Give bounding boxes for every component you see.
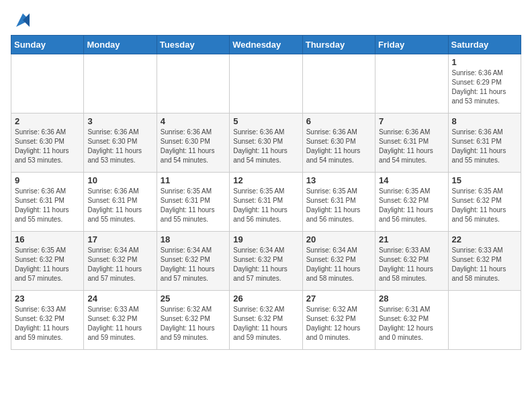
day-number: 7 (379, 116, 444, 126)
calendar-cell (157, 54, 229, 113)
day-info: Sunrise: 6:36 AMSunset: 6:30 PMDaylight:… (233, 128, 298, 165)
calendar-table: SundayMondayTuesdayWednesdayThursdayFrid… (11, 35, 521, 350)
calendar-cell: 2Sunrise: 6:36 AMSunset: 6:30 PMDaylight… (11, 113, 84, 173)
day-info: Sunrise: 6:35 AMSunset: 6:32 PMDaylight:… (379, 187, 444, 224)
day-info: Sunrise: 6:33 AMSunset: 6:32 PMDaylight:… (452, 246, 517, 283)
calendar-cell: 25Sunrise: 6:32 AMSunset: 6:32 PMDayligh… (157, 291, 229, 350)
weekday-sunday: Sunday (11, 36, 84, 54)
week-row-5: 23Sunrise: 6:33 AMSunset: 6:32 PMDayligh… (11, 291, 521, 350)
day-number: 20 (306, 234, 371, 244)
calendar-cell (302, 54, 375, 113)
week-row-1: 1Sunrise: 6:36 AMSunset: 6:29 PMDaylight… (11, 54, 521, 113)
calendar-cell (375, 54, 448, 113)
calendar-cell: 15Sunrise: 6:35 AMSunset: 6:32 PMDayligh… (448, 173, 521, 232)
calendar-cell (230, 54, 302, 113)
calendar-cell (84, 54, 157, 113)
calendar-cell: 14Sunrise: 6:35 AMSunset: 6:32 PMDayligh… (375, 173, 448, 232)
weekday-thursday: Thursday (302, 36, 375, 54)
calendar-cell: 4Sunrise: 6:36 AMSunset: 6:30 PMDaylight… (157, 113, 229, 173)
calendar-cell: 16Sunrise: 6:35 AMSunset: 6:32 PMDayligh… (11, 232, 84, 291)
calendar-cell: 10Sunrise: 6:36 AMSunset: 6:31 PMDayligh… (84, 173, 157, 232)
day-info: Sunrise: 6:31 AMSunset: 6:32 PMDaylight:… (379, 305, 444, 342)
day-number: 16 (15, 234, 80, 244)
header (11, 11, 521, 30)
calendar-cell: 23Sunrise: 6:33 AMSunset: 6:32 PMDayligh… (11, 291, 84, 350)
calendar-cell: 13Sunrise: 6:35 AMSunset: 6:31 PMDayligh… (302, 173, 375, 232)
calendar-cell: 1Sunrise: 6:36 AMSunset: 6:29 PMDaylight… (448, 54, 521, 113)
weekday-wednesday: Wednesday (230, 36, 302, 54)
calendar-cell: 26Sunrise: 6:32 AMSunset: 6:32 PMDayligh… (230, 291, 302, 350)
day-info: Sunrise: 6:36 AMSunset: 6:30 PMDaylight:… (306, 128, 371, 165)
day-info: Sunrise: 6:32 AMSunset: 6:32 PMDaylight:… (306, 305, 371, 342)
day-number: 25 (161, 293, 226, 304)
day-number: 24 (87, 293, 152, 304)
day-info: Sunrise: 6:32 AMSunset: 6:32 PMDaylight:… (233, 305, 298, 342)
day-info: Sunrise: 6:33 AMSunset: 6:32 PMDaylight:… (379, 246, 444, 283)
calendar-cell: 6Sunrise: 6:36 AMSunset: 6:30 PMDaylight… (302, 113, 375, 173)
weekday-monday: Monday (84, 36, 157, 54)
day-info: Sunrise: 6:36 AMSunset: 6:31 PMDaylight:… (87, 187, 152, 224)
calendar-cell (448, 291, 521, 350)
day-number: 27 (306, 293, 371, 304)
day-info: Sunrise: 6:33 AMSunset: 6:32 PMDaylight:… (15, 305, 80, 342)
day-number: 13 (306, 175, 371, 185)
day-number: 18 (161, 234, 226, 244)
day-number: 11 (161, 175, 226, 185)
day-number: 5 (233, 116, 298, 126)
day-info: Sunrise: 6:36 AMSunset: 6:31 PMDaylight:… (379, 128, 444, 165)
calendar-cell: 24Sunrise: 6:33 AMSunset: 6:32 PMDayligh… (84, 291, 157, 350)
day-number: 15 (452, 175, 517, 185)
weekday-tuesday: Tuesday (157, 36, 229, 54)
day-info: Sunrise: 6:35 AMSunset: 6:31 PMDaylight:… (233, 187, 298, 224)
calendar-cell: 9Sunrise: 6:36 AMSunset: 6:31 PMDaylight… (11, 173, 84, 232)
day-number: 6 (306, 116, 371, 126)
day-info: Sunrise: 6:36 AMSunset: 6:29 PMDaylight:… (452, 68, 517, 106)
day-info: Sunrise: 6:36 AMSunset: 6:31 PMDaylight:… (15, 187, 80, 224)
day-number: 12 (233, 175, 298, 185)
calendar-cell: 17Sunrise: 6:34 AMSunset: 6:32 PMDayligh… (84, 232, 157, 291)
day-info: Sunrise: 6:35 AMSunset: 6:31 PMDaylight:… (306, 187, 371, 224)
day-info: Sunrise: 6:34 AMSunset: 6:32 PMDaylight:… (87, 246, 152, 283)
day-info: Sunrise: 6:36 AMSunset: 6:31 PMDaylight:… (452, 128, 517, 165)
day-number: 22 (452, 234, 517, 244)
day-number: 17 (87, 234, 152, 244)
calendar-cell: 21Sunrise: 6:33 AMSunset: 6:32 PMDayligh… (375, 232, 448, 291)
weekday-saturday: Saturday (448, 36, 521, 54)
calendar-cell (11, 54, 84, 113)
calendar-cell: 5Sunrise: 6:36 AMSunset: 6:30 PMDaylight… (230, 113, 302, 173)
week-row-3: 9Sunrise: 6:36 AMSunset: 6:31 PMDaylight… (11, 173, 521, 232)
day-number: 23 (15, 293, 80, 304)
day-info: Sunrise: 6:35 AMSunset: 6:32 PMDaylight:… (452, 187, 517, 224)
calendar-cell: 11Sunrise: 6:35 AMSunset: 6:31 PMDayligh… (157, 173, 229, 232)
week-row-4: 16Sunrise: 6:35 AMSunset: 6:32 PMDayligh… (11, 232, 521, 291)
calendar-cell: 8Sunrise: 6:36 AMSunset: 6:31 PMDaylight… (448, 113, 521, 173)
week-row-2: 2Sunrise: 6:36 AMSunset: 6:30 PMDaylight… (11, 113, 521, 173)
calendar-cell: 28Sunrise: 6:31 AMSunset: 6:32 PMDayligh… (375, 291, 448, 350)
day-number: 1 (452, 57, 517, 67)
day-info: Sunrise: 6:36 AMSunset: 6:30 PMDaylight:… (87, 128, 152, 165)
day-number: 3 (87, 116, 152, 126)
day-info: Sunrise: 6:34 AMSunset: 6:32 PMDaylight:… (306, 246, 371, 283)
logo-icon (13, 11, 32, 30)
day-info: Sunrise: 6:33 AMSunset: 6:32 PMDaylight:… (87, 305, 152, 342)
day-number: 4 (161, 116, 226, 126)
calendar-cell: 7Sunrise: 6:36 AMSunset: 6:31 PMDaylight… (375, 113, 448, 173)
day-info: Sunrise: 6:34 AMSunset: 6:32 PMDaylight:… (233, 246, 298, 283)
day-number: 10 (87, 175, 152, 185)
calendar-cell: 27Sunrise: 6:32 AMSunset: 6:32 PMDayligh… (302, 291, 375, 350)
calendar-cell: 22Sunrise: 6:33 AMSunset: 6:32 PMDayligh… (448, 232, 521, 291)
logo (11, 11, 32, 30)
day-info: Sunrise: 6:35 AMSunset: 6:31 PMDaylight:… (161, 187, 226, 224)
weekday-friday: Friday (375, 36, 448, 54)
calendar-cell: 3Sunrise: 6:36 AMSunset: 6:30 PMDaylight… (84, 113, 157, 173)
day-info: Sunrise: 6:34 AMSunset: 6:32 PMDaylight:… (161, 246, 226, 283)
day-number: 21 (379, 234, 444, 244)
day-number: 8 (452, 116, 517, 126)
calendar-page: SundayMondayTuesdayWednesdayThursdayFrid… (0, 0, 532, 361)
day-info: Sunrise: 6:35 AMSunset: 6:32 PMDaylight:… (15, 246, 80, 283)
day-number: 9 (15, 175, 80, 185)
calendar-cell: 19Sunrise: 6:34 AMSunset: 6:32 PMDayligh… (230, 232, 302, 291)
day-info: Sunrise: 6:36 AMSunset: 6:30 PMDaylight:… (15, 128, 80, 165)
day-number: 28 (379, 293, 444, 304)
calendar-cell: 20Sunrise: 6:34 AMSunset: 6:32 PMDayligh… (302, 232, 375, 291)
